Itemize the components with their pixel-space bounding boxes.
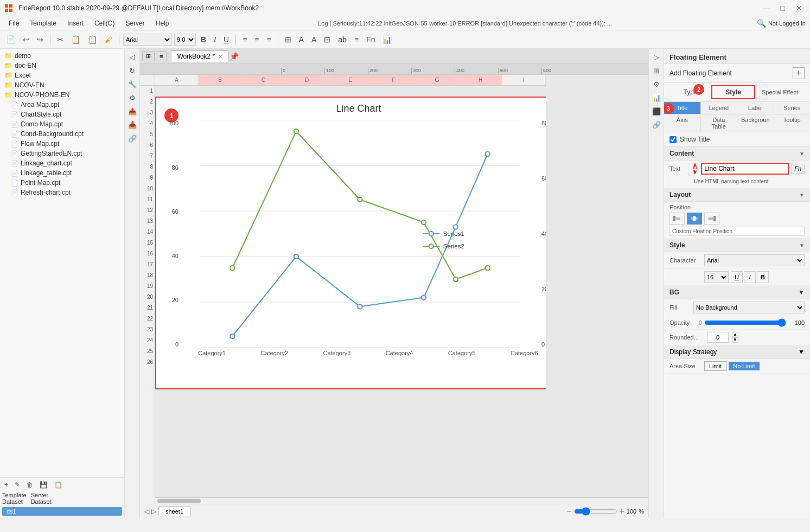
tree-item-doc-en[interactable]: 📁 doc-EN [2,61,122,70]
tree-item-ncov-phone-en[interactable]: 📁 NCOV-PHONE-EN [2,90,122,100]
align-center-btn[interactable]: ≡ [252,34,262,46]
add-dataset-btn[interactable]: + [2,480,10,490]
special-effect-btn[interactable]: Special Effect [755,87,805,98]
vert-btn-4[interactable]: ⚙ [125,92,139,104]
tree-item-getting-started[interactable]: 📄 GettingStartedEN.cpt [2,149,122,158]
layout-section-header[interactable]: Layout ▼ [664,188,810,202]
grid-cells[interactable]: 1 ≡ Line Chart 100 80 60 [155,86,546,504]
tree-item-refresh-chart[interactable]: 📄 Refresh-chart.cpt [2,188,122,197]
italic-format-btn[interactable]: I [744,271,756,283]
grid-view-btn[interactable]: ⊞ [142,51,155,61]
sheet-nav-left[interactable]: ◁ [144,508,149,515]
bold-btn[interactable]: B [198,34,209,46]
copy-btn[interactable]: 📋 [68,34,83,46]
align-v-btn[interactable]: ≡ [352,34,361,46]
align-left-btn[interactable]: ≡ [240,34,250,46]
font-family-select[interactable]: Arial [704,254,805,266]
sub-tab-legend[interactable]: Legend [701,102,738,114]
menu-file[interactable]: File [4,18,23,28]
menu-server[interactable]: Server [121,18,149,28]
font-size-select[interactable]: 16 [704,271,729,283]
sub-tab-label[interactable]: Label [737,102,774,114]
h-scrollbar-thumb[interactable] [157,499,201,503]
sub-tab-data-table[interactable]: Data Table [701,114,738,132]
paste-btn[interactable]: 📋 [85,34,100,46]
search-button[interactable]: 🔍 [757,19,766,28]
chart-btn[interactable]: 📊 [380,34,394,46]
rounded-spin-up[interactable]: ▲ [732,332,738,337]
tree-item-demo[interactable]: 📁 demo [2,51,122,61]
maximize-button[interactable]: □ [777,3,788,14]
workbook-tab[interactable]: WorkBook2 * ✕ [171,50,228,62]
sub-tab-background[interactable]: Backgroun [737,114,774,132]
fn-button[interactable]: Fn [791,164,805,174]
vert-btn-6[interactable]: 📥 [125,119,139,131]
dataset-item-ds1[interactable]: ds1 [2,507,122,516]
type-btn[interactable]: Type [669,86,711,98]
font-family-select[interactable]: Arial [123,34,172,46]
right-btn-export[interactable]: ⬛ [649,105,664,118]
underline-btn[interactable]: U [221,34,232,46]
formula-btn[interactable]: Fn [363,34,378,46]
new-btn[interactable]: 📄 [3,34,18,46]
tree-item-point-map[interactable]: 📄 Point Map.cpt [2,178,122,188]
bold-format-btn[interactable]: B [757,271,769,283]
list-view-btn[interactable]: ≡ [156,51,167,61]
pos-left-btn[interactable] [669,213,685,225]
close-tab-icon[interactable]: ✕ [218,54,222,60]
sheet-nav-right[interactable]: ▷ [151,508,156,515]
tree-item-linkage-chart[interactable]: 📄 Linkage_chart.cpt [2,158,122,168]
minimize-button[interactable]: — [759,3,773,14]
bg-section-header[interactable]: BG ▼ [664,286,810,299]
delete-dataset-btn[interactable]: 🗑 [24,480,35,490]
add-floating-btn[interactable]: + [793,67,805,79]
zoom-in-btn[interactable]: + [620,507,624,516]
h-scrollbar[interactable] [155,497,648,504]
pos-right-btn[interactable] [704,213,719,225]
right-btn-settings[interactable]: ⚙ [649,78,664,91]
tree-item-chartstyle[interactable]: 📄 ChartStyle.cpt [2,110,122,119]
limit-btn[interactable]: Limit [704,361,726,371]
menu-template[interactable]: Template [25,18,61,28]
merge-btn[interactable]: ⊟ [321,34,333,46]
font-size-select[interactable]: 9.0 [174,34,196,46]
tab-pin-btn[interactable]: 📌 [229,52,239,61]
copy-dataset-btn[interactable]: 📋 [52,480,65,490]
cut-btn[interactable]: ✂ [54,34,66,46]
close-button[interactable]: ✕ [793,3,806,14]
sub-tab-tooltip[interactable]: Tooltip [774,114,811,132]
tree-item-comb-map[interactable]: 📄 Comb Map.cpt [2,119,122,129]
edit-dataset-btn[interactable]: ✎ [12,480,22,490]
menu-insert[interactable]: Insert [63,18,88,28]
no-limit-btn[interactable]: No Limit [729,362,759,370]
vert-btn-5[interactable]: 📤 [125,105,139,118]
tree-item-area-map[interactable]: 📄 Area Map.cpt [2,100,122,110]
font-color-btn[interactable]: A [309,34,319,46]
rounded-spin-down[interactable]: ▼ [732,337,738,343]
opacity-slider[interactable] [704,318,786,327]
right-btn-expand[interactable]: ▷ [649,51,664,63]
style-section-header[interactable]: Style ▼ [664,239,810,252]
zoom-out-btn[interactable]: − [566,507,571,516]
style-btn[interactable]: Style [711,85,755,99]
wrap-btn[interactable]: ab [335,34,349,46]
menu-help[interactable]: Help [151,18,174,28]
right-btn-link[interactable]: 🔗 [649,119,664,131]
content-section-header[interactable]: Content ▼ [664,147,810,161]
chart-area[interactable]: 1 ≡ Line Chart 100 80 60 [155,97,546,389]
vert-btn-7[interactable]: 🔗 [125,132,139,145]
rounded-input[interactable] [707,332,729,343]
fill-select[interactable]: No Background [693,302,805,313]
menu-cell[interactable]: Cell(C) [90,18,119,28]
sub-tab-series[interactable]: Series [774,102,811,114]
redo-btn[interactable]: ↪ [34,34,46,46]
title-text-input[interactable] [701,163,789,175]
fill-color-btn[interactable]: A [296,34,307,46]
tree-item-linkage-table[interactable]: 📄 Linkage_table.cpt [2,168,122,178]
tree-item-flow-map[interactable]: 📄 Flow Map.cpt [2,139,122,149]
italic-btn[interactable]: I [211,34,219,46]
tree-item-cond-bg[interactable]: 📄 Cond-Background.cpt [2,129,122,139]
sub-tab-axis[interactable]: Axis [664,114,701,132]
align-right-btn[interactable]: ≡ [264,34,273,46]
tree-item-ncov-en[interactable]: 📁 NCOV-EN [2,80,122,90]
